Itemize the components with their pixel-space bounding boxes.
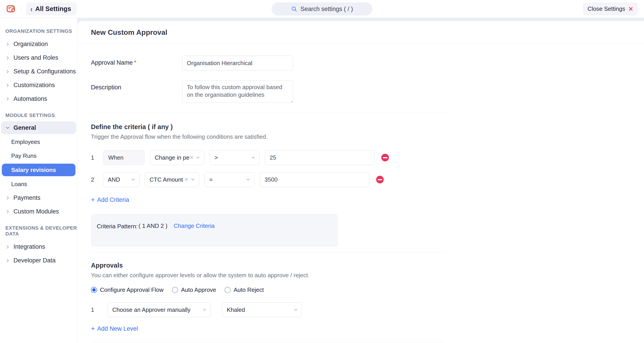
description-label: Description <box>91 80 182 103</box>
chevron-down-icon <box>246 177 250 182</box>
chevron-down-icon <box>131 177 136 182</box>
selected-field-text: CTC Amount <box>150 176 184 183</box>
criteria-conjunction-select[interactable]: AND <box>103 172 140 187</box>
description-textarea[interactable]: To follow this custom approval based on … <box>182 80 293 103</box>
topbar: ‹ All Settings Search settings ( / ) Clo… <box>0 0 644 18</box>
approval-name-label: Approval Name* <box>91 56 182 70</box>
section-divider <box>91 252 445 253</box>
plus-icon: + <box>91 196 95 204</box>
chevron-right-icon <box>6 196 10 200</box>
clear-selection-icon[interactable]: ✕ <box>184 176 188 183</box>
all-settings-back-button[interactable]: ‹ All Settings <box>26 2 76 15</box>
close-settings-label: Close Settings <box>588 6 625 12</box>
sidebar-item-label: Pay Runs <box>11 152 36 160</box>
sidebar-item-custom-modules[interactable]: Custom Modules <box>0 205 77 218</box>
criteria-pattern-label: Criteria Pattern: <box>97 222 138 230</box>
approval-name-input[interactable] <box>182 56 293 70</box>
radio-label: Auto Approve <box>181 286 216 294</box>
criteria-row-number: 1 <box>91 154 98 161</box>
radio-configure-approval-flow[interactable]: Configure Approval Flow <box>91 286 164 294</box>
chevron-right-icon <box>6 83 10 88</box>
sidebar-item-employees[interactable]: Employees <box>0 135 77 149</box>
selected-approver-text: Khaled <box>227 306 293 313</box>
add-criteria-label: Add Criteria <box>97 196 129 204</box>
criteria-value-input[interactable] <box>265 150 374 165</box>
sidebar-item-label: Setup & Configurations <box>14 68 76 75</box>
page-header: New Custom Approval <box>78 21 644 43</box>
settings-sidebar: ORGANIZATION SETTINGS Organization Users… <box>0 18 78 343</box>
approval-form: Approval Name* Description To follow thi… <box>78 56 446 343</box>
add-new-level-label: Add New Level <box>97 325 138 332</box>
radio-icon <box>172 287 178 293</box>
selected-field-text: Change in perc... <box>155 154 189 161</box>
criteria-pattern-box: Criteria Pattern: ( 1 AND 2 ) Change Cri… <box>91 214 338 247</box>
approver-type-select[interactable]: Choose an Approver manually <box>108 302 211 317</box>
selected-operator-text: > <box>214 154 251 161</box>
content-panel: New Custom Approval Approval Name* Descr… <box>78 21 644 343</box>
sidebar-item-label: Salary revisions <box>11 166 56 174</box>
criteria-field-select[interactable]: Change in perc... ✕ <box>150 150 204 165</box>
radio-icon <box>224 287 230 293</box>
sidebar-item-setup-configurations[interactable]: Setup & Configurations <box>0 65 77 78</box>
criteria-field-select[interactable]: CTC Amount ✕ <box>145 172 199 187</box>
sidebar-item-label: Custom Modules <box>14 208 59 215</box>
add-new-level-button[interactable]: + Add New Level <box>91 325 138 332</box>
radio-label: Auto Reject <box>234 286 264 294</box>
sidebar-item-loans[interactable]: Loans <box>0 177 77 191</box>
sidebar-item-label: Loans <box>11 181 27 188</box>
radio-auto-approve[interactable]: Auto Approve <box>172 286 216 294</box>
sidebar-item-pay-runs[interactable]: Pay Runs <box>0 149 77 163</box>
topbar-divider <box>21 5 21 13</box>
approvals-section-subtitle: You can either configure approver levels… <box>91 272 446 279</box>
approval-mode-radio-group: Configure Approval Flow Auto Approve Aut… <box>91 286 446 294</box>
chevron-down-icon <box>196 155 200 160</box>
change-criteria-link[interactable]: Change Criteria <box>174 222 215 230</box>
sidebar-item-automations[interactable]: Automations <box>0 92 77 106</box>
close-x-icon: ✕ <box>628 6 633 12</box>
approver-select[interactable]: Khaled <box>222 302 302 317</box>
sidebar-item-developer-data[interactable]: Developer Data <box>0 254 77 267</box>
sidebar-item-label: Automations <box>14 96 47 102</box>
remove-criteria-button[interactable] <box>376 176 384 184</box>
criteria-operator-select[interactable]: > <box>210 150 260 165</box>
level-number: 1 <box>91 306 98 313</box>
page-title: New Custom Approval <box>91 28 644 36</box>
app-logo-payroll-icon[interactable] <box>6 4 16 14</box>
chevron-down-icon <box>6 126 10 130</box>
chevron-right-icon <box>6 97 10 101</box>
criteria-row: 1 When Change in perc... ✕ > <box>91 150 446 165</box>
clear-selection-icon[interactable]: ✕ <box>189 154 194 161</box>
selected-conjunction-text: AND <box>108 176 131 183</box>
sidebar-item-label: Developer Data <box>14 257 56 264</box>
sidebar-item-payments[interactable]: Payments <box>0 191 77 205</box>
add-criteria-button[interactable]: + Add Criteria <box>91 196 129 204</box>
back-button-label: All Settings <box>35 5 71 12</box>
criteria-pattern-value: ( 1 AND 2 ) <box>138 222 168 230</box>
chevron-right-icon <box>6 258 10 263</box>
sidebar-item-label: Payments <box>14 194 40 201</box>
description-row: Description To follow this custom approv… <box>91 80 446 103</box>
chevron-down-icon <box>293 307 298 312</box>
criteria-operator-select[interactable]: = <box>204 172 254 187</box>
selected-operator-text: = <box>209 176 246 183</box>
search-settings-input[interactable]: Search settings ( / ) <box>272 2 372 16</box>
sidebar-item-users-and-roles[interactable]: Users and Roles <box>0 51 77 65</box>
chevron-down-icon <box>190 177 195 182</box>
chevron-right-icon <box>6 69 10 74</box>
remove-criteria-button[interactable] <box>381 154 389 162</box>
criteria-value-input[interactable] <box>260 172 370 187</box>
sidebar-item-label: Users and Roles <box>14 54 58 61</box>
criteria-conjunction-static: When <box>103 150 144 165</box>
sidebar-item-customizations[interactable]: Customizations <box>0 78 77 92</box>
close-settings-button[interactable]: Close Settings ✕ <box>583 2 638 15</box>
sidebar-item-organization[interactable]: Organization <box>0 37 77 51</box>
radio-auto-reject[interactable]: Auto Reject <box>224 286 264 294</box>
sidebar-item-label: Integrations <box>14 243 45 250</box>
sidebar-item-salary-revisions[interactable]: Salary revisions <box>2 164 76 176</box>
approver-level-row: 1 Choose an Approver manually Khaled <box>91 302 446 317</box>
sidebar-item-integrations[interactable]: Integrations <box>0 240 77 254</box>
selected-approver-type-text: Choose an Approver manually <box>112 306 202 313</box>
approvals-section-heading: Approvals <box>91 262 446 269</box>
sidebar-group-general[interactable]: General <box>1 122 76 134</box>
criteria-section-subtitle: Trigger the Approval flow when the follo… <box>91 133 446 140</box>
